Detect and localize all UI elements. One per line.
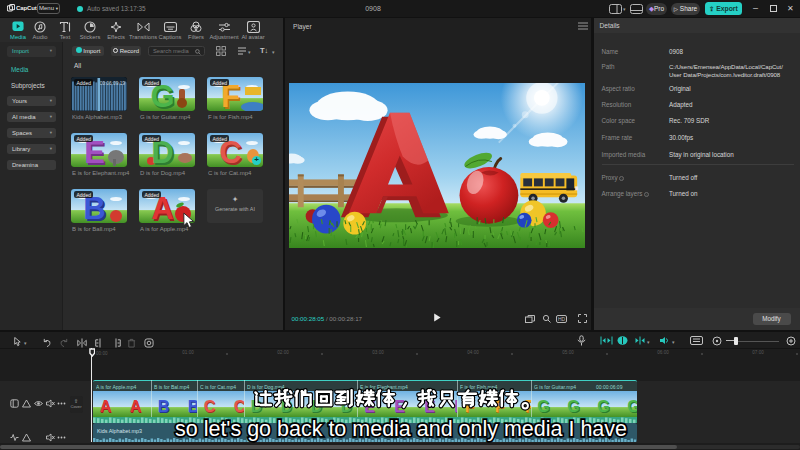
svg-text:A: A bbox=[100, 398, 112, 415]
svg-text:B: B bbox=[158, 398, 170, 415]
svg-text:G: G bbox=[567, 398, 579, 415]
svg-text:C: C bbox=[234, 398, 244, 415]
svg-text:G: G bbox=[597, 398, 609, 415]
svg-text:C: C bbox=[204, 398, 216, 415]
svg-text:G: G bbox=[627, 398, 637, 415]
svg-text:HD: HD bbox=[558, 316, 566, 322]
svg-text:B: B bbox=[188, 398, 197, 415]
svg-text:so let's go back to media and: so let's go back to media and only media… bbox=[175, 416, 627, 441]
svg-text:A: A bbox=[130, 398, 142, 415]
